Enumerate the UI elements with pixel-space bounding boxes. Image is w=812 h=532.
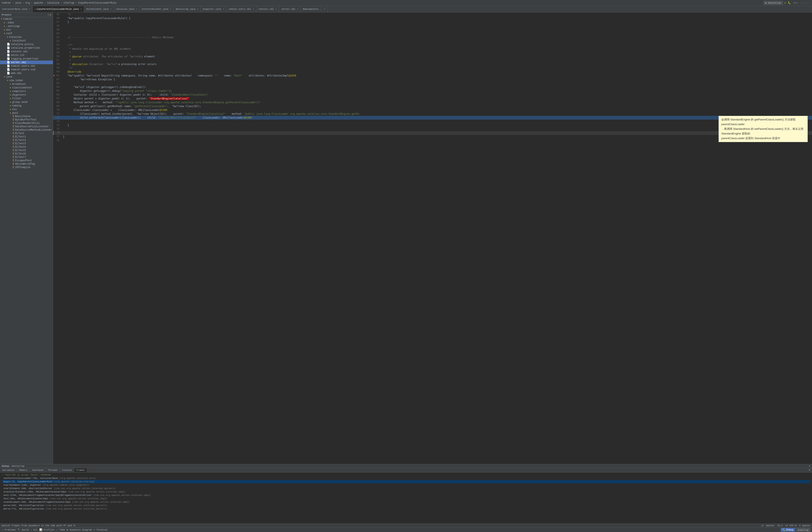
tree-item-IDTCompile[interactable]: CIDTCompile (0, 166, 53, 169)
debug-button[interactable]: 🐛 (788, 1, 791, 4)
tree-item-ELTest5[interactable]: CELTest5 (0, 149, 53, 152)
tree-item-conf[interactable]: ▾conf (0, 32, 53, 35)
tab-2[interactable]: HostRuleSet.java× (84, 6, 114, 12)
tab-3[interactable]: Catalina.java× (114, 6, 140, 12)
debug-tab-overhead[interactable]: Overhead (30, 468, 46, 472)
tree-item--idea[interactable]: ▸.idea (0, 21, 53, 25)
tree-item-group-send[interactable]: ▸group.send (0, 100, 53, 104)
tree-label: com.luban (9, 79, 23, 82)
run-config[interactable]: ▶ Bootstrap (764, 1, 783, 5)
nav-startup[interactable]: startup (63, 1, 74, 4)
debug-frame-3[interactable]: startElement:509, AbstractSAXParser (com… (2, 487, 810, 490)
debug-frame-9[interactable]: parse:771, XML11Configuration (com.sun.o… (2, 507, 810, 511)
tree-item-ELTest7[interactable]: CELTest7 (0, 156, 53, 159)
tree-item-hello-txt[interactable]: 📄hello.txt (0, 53, 53, 57)
tree-item-ELTest2[interactable]: CELTest2 (0, 139, 53, 142)
tab-10[interactable]: NamingConte...× (301, 6, 328, 12)
sidebar-icon-2[interactable]: ⊞ (50, 13, 51, 16)
debug-tab-frames[interactable]: Frames (74, 468, 87, 472)
run-button[interactable]: ▶ (785, 1, 786, 4)
build-tab[interactable]: 🔨 Build (17, 528, 29, 531)
debug-content[interactable]: ✓ "main"@1 in group "main": RUNNING setP… (0, 473, 812, 523)
event-log-btn[interactable]: Event Log (796, 528, 810, 532)
tab-0[interactable]: ContainerBase.java× (0, 6, 33, 12)
debug-tab-variables[interactable]: Variables (0, 468, 17, 472)
tree-item-com-luban[interactable]: ▾com.luban (0, 78, 53, 82)
tree-item-ELTest1[interactable]: CELTest1 (0, 135, 53, 139)
tree-item-EscapedTest[interactable]: CEscapedTest (0, 159, 53, 162)
tree-item-bin[interactable]: ▸bin (0, 28, 53, 32)
tree-label: classloadtest (12, 86, 32, 89)
tree-item-context-xml[interactable]: 📄context.xml (0, 50, 53, 53)
tree-item-tomcat-users-xml[interactable]: 📄tomcat-users.xml (0, 64, 53, 68)
tree-item-classloadtest[interactable]: ▸classloadtest (0, 86, 53, 89)
tree-item-naming[interactable]: ▸naming (0, 104, 53, 107)
tree-item-server-xml[interactable]: 📄server.xml (0, 60, 53, 64)
debug-frame-8[interactable]: parse:842, XML11Configuration (com.sun.o… (2, 504, 810, 507)
filter-icon[interactable]: ▼ (807, 468, 812, 472)
tree-item-logging-properties[interactable]: 📄logging.properties (0, 57, 53, 60)
tree-item-pool[interactable]: ▸pool (0, 111, 53, 115)
tree-item-BasicValue[interactable]: CBasicValue (0, 115, 53, 118)
debug-settings-icon[interactable]: ⚙ (809, 465, 810, 468)
tab-5[interactable]: Bootstrap.java× (174, 6, 201, 12)
tree-item-catalina-policy[interactable]: 📄catalina.policy (0, 43, 53, 46)
tree-item-ClassReaderUtils[interactable]: CClassReaderUtils (0, 121, 53, 125)
tree-item-java[interactable]: ▾java (0, 75, 53, 78)
debug-tab-threads[interactable]: Threads (46, 468, 60, 472)
nav-class[interactable]: CopyParentClassLoaderRule (78, 1, 116, 4)
tree-item-nio[interactable]: ▸nio (0, 107, 53, 111)
tree-item-catalina-properties[interactable]: 📄catalina.properties (0, 46, 53, 50)
tree-item-digesterx[interactable]: ▸digesterx (0, 93, 53, 97)
tab-4[interactable]: ContextRuleSet.java× (140, 6, 174, 12)
tree-item-Catalina[interactable]: ▾Catalina (0, 35, 53, 39)
debug-tab-memory[interactable]: Memory (17, 468, 30, 472)
tree-item-ELTest[interactable]: CELTest (0, 132, 53, 135)
debug-frame-4[interactable]: scanStartElement:1359, XMLDocumentScanne… (2, 490, 810, 493)
profiler-tab[interactable]: 📊 Profiler (39, 528, 55, 531)
nav-apache[interactable]: apache (34, 1, 43, 4)
tree-item-filter[interactable]: ▸filter (0, 97, 53, 100)
tab-6[interactable]: Digester.java× (201, 6, 227, 12)
tree-item-ELTest3[interactable]: CELTest3 (0, 142, 53, 145)
debug-frame-6[interactable]: next:602, XMLDocumentScannerImpl (com.su… (2, 497, 810, 500)
nav-tomcat[interactable]: tomcat (2, 1, 11, 4)
terminal-tab[interactable]: > Terminal (94, 529, 108, 531)
problems-tab[interactable]: ⚠ Problems (2, 528, 16, 531)
debug-frame-0[interactable]: setParentClassLoader:793, ContainerBase … (2, 477, 810, 480)
tree-item--settings[interactable]: ▸.settings (0, 25, 53, 28)
nav-java[interactable]: java (15, 1, 21, 4)
code-container[interactable]: 45 */46 "kw">public CopyParentClassLoade… (53, 13, 812, 464)
git-tab[interactable]: ↕ Git (31, 529, 38, 531)
debug-bottom-btn[interactable]: 🐛 Debug (781, 528, 795, 532)
tree-item-ELTest6[interactable]: CELTest6 (0, 152, 53, 156)
tree-item-DataSourceFileListener[interactable]: CDataSourceFileListener (0, 125, 53, 128)
tab-8[interactable]: context.xml× (257, 6, 279, 12)
tree-item-ELTest4[interactable]: CELTest4 (0, 145, 53, 149)
tree-item-tomcat-users-xsd[interactable]: 📄tomcat-users.xsd (0, 68, 53, 71)
debug-frame-2[interactable]: startElement:1261, Digester (org.apache.… (2, 483, 810, 487)
debug-frame-1[interactable]: begin:72, CopyParentClassLoaderRule (org… (2, 480, 810, 483)
tree-item-localhost[interactable]: ▸localhost (0, 39, 53, 43)
tree-item-HelloWorldTag[interactable]: CHelloWorldTag (0, 162, 53, 166)
sequence-tab[interactable]: ⊞ Sequence Diagram (67, 528, 92, 531)
tab-7[interactable]: tomcat-users.xml× (227, 6, 257, 12)
tree-item-compilerx[interactable]: ▸compilerx (0, 89, 53, 93)
tab-1[interactable]: ●CopyParentClassLoaderRule.java× (33, 6, 84, 12)
sidebar-icon-1[interactable]: ⚙ (47, 13, 49, 16)
tree-item-web-xml[interactable]: 📄web.xml (0, 71, 53, 75)
debug-frame-7[interactable]: scanDocument:505, XMLDocumentFragmentSca… (2, 500, 810, 504)
debug-tab-console[interactable]: Console (60, 468, 74, 472)
tree-item-tomcat[interactable]: ▾tomcat (0, 17, 53, 21)
debug-frame-5[interactable]: next:2784, XMLDocumentFragmentScannerImp… (2, 493, 810, 497)
tree-label: web.xml (11, 72, 21, 75)
tree-label: nio (12, 108, 17, 111)
debug-tab-name[interactable]: Bootstrap (12, 465, 25, 468)
todo-tab[interactable]: ✓ TODO (57, 528, 65, 531)
tab-9[interactable]: server.xml× (279, 6, 301, 12)
nav-org[interactable]: org (25, 1, 30, 4)
tree-item-broadcast[interactable]: ▸broadcast (0, 82, 53, 86)
nav-catalina[interactable]: catalina (47, 1, 59, 4)
tree-item-DataSourceMethodListener[interactable]: CDataSourceMethodListener (0, 128, 53, 132)
tree-item-ByteBufferTest[interactable]: CByteBufferTest (0, 118, 53, 121)
